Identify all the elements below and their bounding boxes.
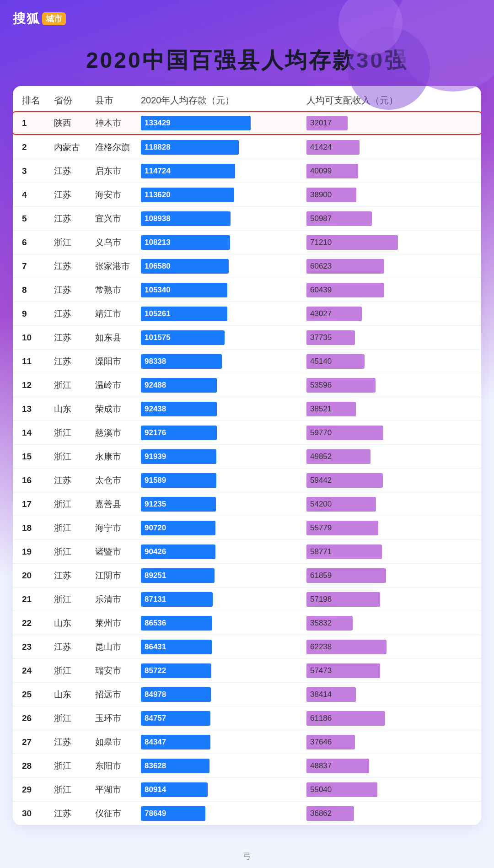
bar-purple: 58771 (306, 545, 382, 559)
bar-blue: 78649 (141, 806, 205, 821)
table-row: 3 江苏 启东市 114724 40099 (13, 159, 481, 183)
table-row: 16 江苏 太仓市 91589 59442 (13, 468, 481, 492)
bar-blue: 98338 (141, 354, 222, 369)
cell-city: 海安市 (95, 189, 141, 201)
cell-rank: 20 (22, 571, 54, 581)
cell-province: 山东 (54, 403, 95, 415)
bar-purple: 62238 (306, 640, 387, 654)
bar-purple: 38414 (306, 687, 356, 702)
cell-savings-bar: 101575 (141, 330, 306, 345)
cell-city: 嘉善县 (95, 498, 141, 510)
cell-income-bar: 57473 (306, 663, 472, 678)
cell-rank: 4 (22, 190, 54, 200)
cell-savings-bar: 91939 (141, 449, 306, 464)
bar-blue: 92438 (141, 402, 217, 416)
bar-purple: 61186 (306, 711, 385, 726)
cell-city: 准格尔旗 (95, 141, 141, 153)
cell-savings-bar: 78649 (141, 806, 306, 821)
cell-savings-bar: 133429 (141, 116, 306, 130)
cell-savings-bar: 92176 (141, 426, 306, 440)
table-row: 15 浙江 永康市 91939 49852 (13, 444, 481, 468)
cell-rank: 1 (22, 118, 54, 128)
cell-city: 荣成市 (95, 403, 141, 415)
logo-sohu: 搜狐 (13, 10, 40, 27)
cell-city: 如东县 (95, 332, 141, 344)
cell-city: 张家港市 (95, 260, 141, 272)
bar-blue: 86536 (141, 616, 212, 631)
cell-city: 溧阳市 (95, 356, 141, 367)
table-row: 1 陕西 神木市 133429 32017 (13, 111, 481, 135)
table-row: 26 浙江 玉环市 84757 61186 (13, 706, 481, 730)
bar-purple: 60623 (306, 259, 384, 274)
cell-city: 玉环市 (95, 712, 141, 724)
table-row: 10 江苏 如东县 101575 37735 (13, 325, 481, 349)
cell-city: 常熟市 (95, 284, 141, 296)
bar-blue: 114724 (141, 164, 235, 178)
cell-rank: 12 (22, 380, 54, 390)
cell-savings-bar: 106580 (141, 259, 306, 274)
cell-income-bar: 35832 (306, 616, 472, 631)
bar-purple: 59442 (306, 473, 383, 488)
cell-city: 太仓市 (95, 474, 141, 486)
cell-city: 神木市 (95, 117, 141, 129)
cell-city: 东阳市 (95, 760, 141, 772)
cell-rank: 13 (22, 404, 54, 414)
cell-city: 永康市 (95, 451, 141, 463)
cell-province: 江苏 (54, 808, 95, 819)
bar-blue: 91235 (141, 497, 216, 512)
cell-savings-bar: 114724 (141, 164, 306, 178)
cell-city: 义乌市 (95, 237, 141, 248)
table-row: 6 浙江 义乌市 108213 71210 (13, 230, 481, 254)
cell-province: 浙江 (54, 522, 95, 534)
cell-province: 内蒙古 (54, 141, 95, 153)
cell-rank: 26 (22, 713, 54, 723)
bar-purple: 37646 (306, 735, 355, 749)
cell-province: 江苏 (54, 736, 95, 748)
cell-rank: 5 (22, 214, 54, 224)
bar-blue: 84757 (141, 711, 210, 726)
bar-purple: 38900 (306, 188, 356, 202)
cell-province: 江苏 (54, 284, 95, 296)
cell-province: 浙江 (54, 237, 95, 248)
cell-province: 江苏 (54, 474, 95, 486)
cell-city: 平湖市 (95, 784, 141, 796)
cell-savings-bar: 105261 (141, 307, 306, 321)
cell-province: 浙江 (54, 427, 95, 439)
header-city: 县市 (95, 94, 141, 107)
cell-province: 江苏 (54, 260, 95, 272)
table-row: 18 浙江 海宁市 90720 55779 (13, 516, 481, 539)
cell-savings-bar: 84978 (141, 687, 306, 702)
cell-savings-bar: 108938 (141, 211, 306, 226)
bar-blue: 84978 (141, 687, 211, 702)
cell-province: 陕西 (54, 117, 95, 129)
cell-province: 江苏 (54, 213, 95, 225)
table-row: 11 江苏 溧阳市 98338 45140 (13, 349, 481, 373)
cell-rank: 3 (22, 166, 54, 176)
footer: 弓 (0, 843, 494, 868)
cell-province: 江苏 (54, 356, 95, 367)
cell-province: 山东 (54, 689, 95, 701)
table-row: 12 浙江 温岭市 92488 53596 (13, 373, 481, 397)
cell-city: 江阴市 (95, 570, 141, 582)
bar-purple: 53596 (306, 378, 376, 393)
cell-province: 江苏 (54, 308, 95, 320)
cell-rank: 8 (22, 285, 54, 295)
bar-purple: 41424 (306, 140, 360, 155)
cell-savings-bar: 91235 (141, 497, 306, 512)
bar-purple: 36862 (306, 806, 354, 821)
cell-rank: 30 (22, 809, 54, 819)
table-row: 22 山东 莱州市 86536 35832 (13, 611, 481, 635)
bar-purple: 38521 (306, 402, 356, 416)
cell-city: 莱州市 (95, 617, 141, 629)
cell-income-bar: 38521 (306, 402, 472, 416)
cell-income-bar: 37646 (306, 735, 472, 749)
bar-blue: 90426 (141, 545, 215, 559)
cell-rank: 29 (22, 785, 54, 795)
cell-savings-bar: 113620 (141, 188, 306, 202)
cell-province: 浙江 (54, 665, 95, 677)
cell-province: 浙江 (54, 451, 95, 463)
cell-city: 招远市 (95, 689, 141, 701)
table-row: 5 江苏 宜兴市 108938 50987 (13, 206, 481, 230)
bar-purple: 45140 (306, 354, 365, 369)
bar-blue: 87131 (141, 592, 213, 607)
